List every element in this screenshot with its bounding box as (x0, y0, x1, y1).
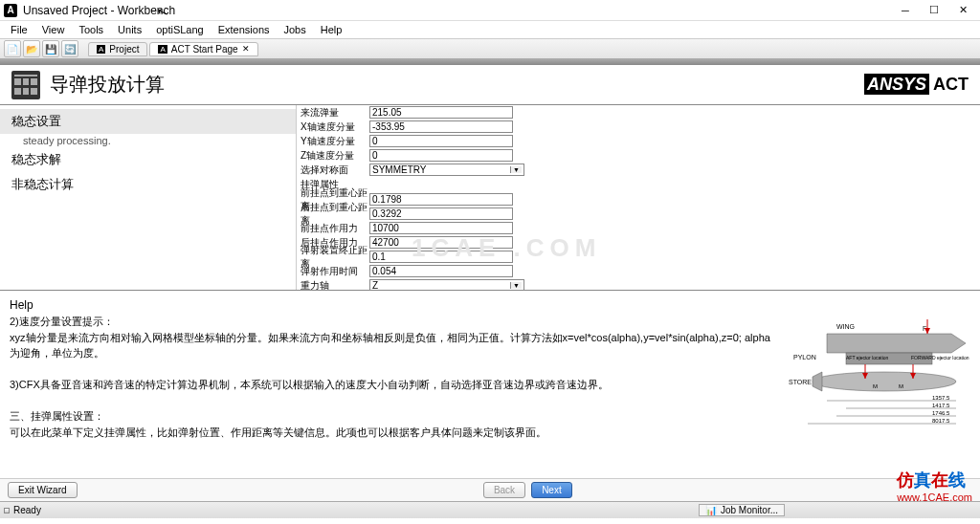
freestream-input[interactable] (369, 106, 513, 119)
help-title: Help (10, 296, 774, 314)
job-monitor-button[interactable]: 📊Job Monitor... (699, 504, 785, 516)
menu-tools[interactable]: Tools (72, 23, 110, 36)
svg-text:1417.5: 1417.5 (932, 403, 950, 408)
eject-dist-input[interactable] (369, 251, 513, 263)
yvel-input[interactable] (369, 135, 513, 147)
sidebar-item-steady-setup[interactable]: 稳态设置 (0, 109, 296, 134)
svg-text:8017.5: 8017.5 (932, 418, 950, 424)
zvel-input[interactable] (369, 149, 513, 162)
exit-wizard-button[interactable]: Exit Wizard (8, 482, 78, 498)
tab-label: ACT Start Page (171, 44, 238, 55)
aft-cg-dist-input[interactable] (369, 207, 513, 220)
minimize-button[interactable]: ─ (892, 2, 919, 19)
gravity-axis-select[interactable]: Z▼ (369, 279, 524, 290)
tab-icon: A (158, 45, 167, 54)
menu-extensions[interactable]: Extensions (212, 23, 277, 36)
svg-text:WING: WING (836, 323, 855, 330)
page-title: 导弹投放计算 (50, 72, 864, 98)
status-text: Ready (13, 505, 41, 515)
open-button[interactable]: 📂 (23, 40, 40, 57)
next-button[interactable]: Next (531, 482, 572, 498)
close-icon[interactable]: ✕ (242, 44, 250, 54)
svg-text:AFT ejector location: AFT ejector location (846, 355, 889, 360)
status-icon (4, 508, 10, 513)
watermark: 仿真在线 www.1CAE.com (897, 469, 972, 503)
xvel-input[interactable] (369, 120, 513, 133)
svg-text:1746.5: 1746.5 (932, 410, 950, 416)
sidebar-item-steady-solve[interactable]: 稳态求解 (0, 147, 296, 172)
sidebar-item-sub: steady processing. (0, 134, 296, 147)
window-title: Unsaved Project - Workbench (23, 4, 892, 17)
menu-units[interactable]: Units (111, 23, 148, 36)
refresh-button[interactable]: 🔄 (61, 40, 78, 57)
app-icon: A (4, 4, 17, 17)
field-label: 前挂点作用力 (297, 222, 369, 235)
fwd-force-input[interactable] (369, 222, 513, 234)
symmetry-select[interactable]: SYMMETRY▼ (369, 164, 524, 176)
svg-text:M: M (873, 383, 878, 389)
sidebar: 稳态设置 steady processing. 稳态求解 非稳态计算 (0, 105, 297, 290)
field-label: X轴速度分量 (297, 120, 369, 134)
tab-label: Project (109, 44, 139, 55)
help-text: Help 2)速度分量设置提示： xyz轴分量是来流方向相对输入网格模型坐标轴的… (10, 296, 774, 472)
sidebar-item-transient[interactable]: 非稳态计算 (0, 172, 296, 197)
back-button[interactable]: Back (483, 482, 525, 498)
toolbar: 📄 📂 💾 🔄 A Project A ACT Start Page ✕ (0, 38, 980, 59)
eject-time-input[interactable] (369, 265, 513, 277)
maximize-button[interactable]: ☐ (921, 2, 947, 19)
svg-point-1 (813, 372, 956, 391)
form-panel: 来流弹量 X轴速度分量 Y轴速度分量 Z轴速度分量 选择对称面SYMMETRY▼… (297, 105, 980, 290)
tab-act-start[interactable]: A ACT Start Page ✕ (149, 42, 257, 56)
brand-logo: ANSYSACT (864, 75, 969, 95)
save-button[interactable]: 💾 (42, 40, 59, 57)
fwd-cg-dist-input[interactable] (369, 193, 513, 206)
field-label: 来流弹量 (297, 106, 369, 120)
svg-text:STORE: STORE (789, 379, 812, 385)
tab-project[interactable]: A Project (88, 42, 147, 56)
menubar: File View Tools Units optiSLang Extensio… (0, 21, 980, 38)
field-label: 选择对称面 (297, 164, 369, 177)
menu-help[interactable]: Help (314, 23, 349, 36)
menu-file[interactable]: File (4, 23, 34, 36)
menu-jobs[interactable]: Jobs (278, 23, 313, 36)
svg-text:1357.5: 1357.5 (932, 395, 950, 401)
svg-text:FORWARD ejector location: FORWARD ejector location (911, 355, 969, 360)
calculator-icon (11, 71, 40, 99)
aft-force-input[interactable] (369, 236, 513, 249)
store-diagram: WING PYLON STORE AFT ejector location FO… (774, 296, 970, 472)
field-label: 重力轴 (297, 279, 369, 291)
svg-text:M: M (899, 383, 903, 389)
menu-view[interactable]: View (35, 23, 72, 36)
field-label: Z轴速度分量 (297, 149, 369, 163)
svg-text:PYLON: PYLON (793, 354, 816, 360)
menu-optislang[interactable]: optiSLang (149, 23, 211, 36)
section-label: 挂弹属性 (297, 177, 980, 192)
field-label: 弹射作用时间 (297, 265, 369, 278)
field-label: Y轴速度分量 (297, 135, 369, 148)
close-button[interactable]: ✕ (949, 2, 976, 19)
chevron-down-icon: ▼ (510, 166, 522, 173)
new-button[interactable]: 📄 (4, 40, 21, 57)
chevron-down-icon: ▼ (510, 282, 522, 289)
tab-icon: A (97, 45, 105, 54)
